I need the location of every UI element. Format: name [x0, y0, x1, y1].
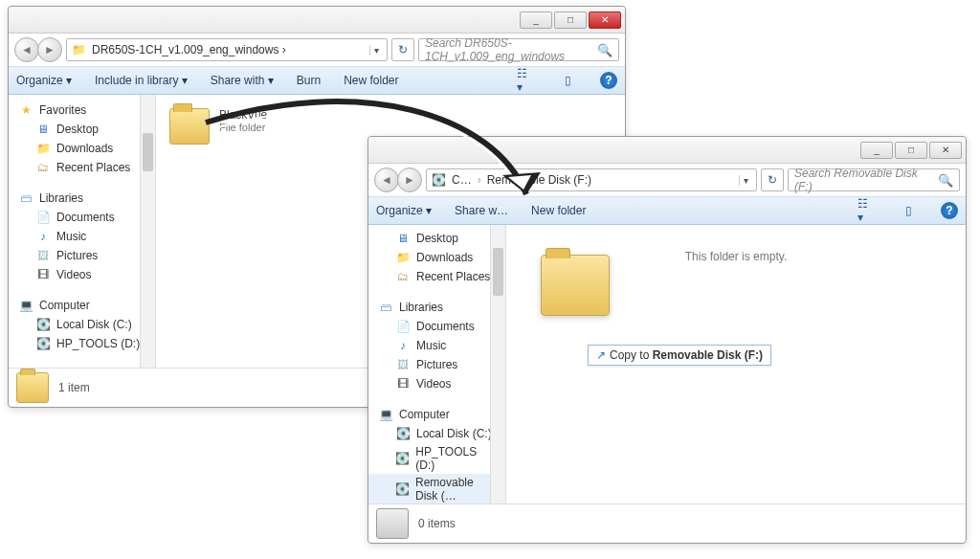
desktop-icon: 🖥: [395, 231, 411, 246]
burn-button[interactable]: Burn: [297, 74, 321, 87]
maximize-button[interactable]: □: [554, 11, 587, 29]
disk-icon: 💽: [35, 336, 51, 351]
videos-icon: 🎞: [395, 376, 411, 391]
computer-group[interactable]: 💻Computer: [368, 405, 505, 424]
sidebar-item-music[interactable]: ♪Music: [368, 336, 505, 355]
recent-icon: 🗂: [395, 269, 411, 284]
disk-icon: 💽: [395, 451, 410, 466]
refresh-button[interactable]: ↻: [391, 38, 414, 61]
sidebar-item-recent[interactable]: 🗂Recent Places: [9, 158, 155, 177]
share-menu[interactable]: Share w…: [455, 204, 508, 217]
forward-button[interactable]: ►: [37, 37, 62, 62]
refresh-button[interactable]: ↻: [761, 168, 784, 191]
help-icon[interactable]: ?: [941, 202, 958, 219]
help-icon[interactable]: ?: [600, 72, 617, 89]
address-bar[interactable]: 💽 C… › Removable Disk (F:) ▾: [426, 168, 757, 191]
minimize-button[interactable]: _: [520, 11, 552, 29]
address-dropdown-icon[interactable]: ▾: [739, 175, 752, 186]
sidebar-item-removable[interactable]: 💽Removable Disk (…: [368, 474, 505, 503]
maximize-button[interactable]: □: [895, 142, 927, 159]
disk-icon: 💽: [35, 317, 51, 332]
folder-icon: [541, 255, 610, 316]
pictures-icon: 🖼: [395, 357, 411, 372]
desktop-icon: 🖥: [35, 122, 51, 137]
drag-ghost-folder: [541, 255, 621, 335]
preview-pane-icon[interactable]: ▯: [899, 201, 918, 220]
forward-button[interactable]: ►: [397, 168, 422, 192]
music-icon: ♪: [395, 338, 411, 353]
sidebar-item-music[interactable]: ♪Music: [9, 227, 155, 246]
sidebar-item-pictures[interactable]: 🖼Pictures: [9, 246, 155, 265]
sidebar-item-documents[interactable]: 📄Documents: [9, 208, 155, 227]
back-button[interactable]: ◄: [14, 37, 39, 62]
sidebar-item-downloads[interactable]: 📁Downloads: [368, 248, 505, 267]
sidebar-item-hp-tools[interactable]: 💽HP_TOOLS (D:): [9, 334, 155, 353]
new-folder-button[interactable]: New folder: [531, 204, 586, 217]
folder-icon: 📁: [71, 42, 86, 57]
computer-group[interactable]: 💻Computer: [9, 296, 155, 315]
sidebar-item-local-c[interactable]: 💽Local Disk (C:): [9, 315, 155, 334]
search-placeholder: Search DR650S-1CH_v1.009_eng_windows: [425, 36, 597, 63]
downloads-icon: 📁: [35, 141, 51, 156]
nav-row: ◄ ► 💽 C… › Removable Disk (F:) ▾ ↻ Searc…: [368, 164, 966, 196]
copy-arrow-icon: ↗: [596, 348, 606, 362]
sidebar-item-recent[interactable]: 🗂Recent Places: [368, 267, 505, 286]
sidebar-item-downloads[interactable]: 📁Downloads: [9, 139, 155, 158]
sidebar-item-desktop[interactable]: 🖥Desktop: [368, 229, 505, 248]
search-icon: 🔍: [597, 43, 612, 57]
view-options-icon[interactable]: ☷ ▾: [516, 71, 535, 90]
computer-icon: 💻: [18, 298, 33, 313]
documents-icon: 📄: [35, 210, 51, 225]
address-text: Removable Disk (F:): [487, 173, 733, 187]
back-button[interactable]: ◄: [374, 168, 399, 192]
sidebar-item-videos[interactable]: 🎞Videos: [9, 265, 155, 284]
titlebar: _ □ ✕: [9, 7, 625, 34]
search-icon: 🔍: [938, 173, 953, 188]
removable-disk-icon: 💽: [395, 481, 410, 497]
command-toolbar: Organize ▾ Include in library ▾ Share wi…: [9, 66, 625, 95]
tooltip-destination: Removable Disk (F:): [653, 348, 763, 362]
star-icon: ★: [18, 102, 33, 118]
downloads-icon: 📁: [395, 250, 411, 265]
favorites-group[interactable]: ★Favorites: [9, 101, 155, 120]
status-drive-icon: [376, 508, 409, 539]
include-library-menu[interactable]: Include in library ▾: [95, 74, 188, 87]
sidebar-item-videos[interactable]: 🎞Videos: [368, 374, 505, 393]
status-folder-icon: [16, 372, 49, 403]
command-toolbar: Organize ▾ Share w… New folder ☷ ▾ ▯ ?: [368, 196, 966, 225]
organize-menu[interactable]: Organize ▾: [16, 74, 72, 87]
address-segment-1: C…: [452, 173, 472, 187]
music-icon: ♪: [35, 229, 51, 244]
tooltip-prefix: Copy to: [610, 348, 653, 362]
titlebar: _ □ ✕: [368, 137, 966, 164]
file-name: BlackVue: [219, 108, 267, 122]
preview-pane-icon[interactable]: ▯: [558, 71, 577, 90]
sidebar-item-desktop[interactable]: 🖥Desktop: [9, 120, 155, 139]
minimize-button[interactable]: _: [860, 142, 893, 159]
sidebar-item-pictures[interactable]: 🖼Pictures: [368, 355, 505, 374]
search-input[interactable]: Search DR650S-1CH_v1.009_eng_windows 🔍: [418, 38, 619, 61]
address-bar[interactable]: 📁 DR650S-1CH_v1.009_eng_windows › ▾: [66, 38, 388, 61]
search-input[interactable]: Search Removable Disk (F:) 🔍: [788, 168, 960, 191]
pictures-icon: 🖼: [35, 248, 51, 263]
close-button[interactable]: ✕: [929, 142, 962, 159]
computer-icon: 💻: [378, 407, 393, 422]
libraries-group[interactable]: 🗃Libraries: [9, 189, 155, 208]
share-menu[interactable]: Share with ▾: [211, 74, 274, 87]
close-button[interactable]: ✕: [589, 11, 621, 29]
organize-menu[interactable]: Organize ▾: [376, 204, 432, 217]
sidebar-item-local-c[interactable]: 💽Local Disk (C:): [368, 424, 505, 443]
libraries-icon: 🗃: [378, 300, 393, 315]
drive-icon: 💽: [431, 172, 446, 188]
navigation-pane: ★Favorites 🖥Desktop 📁Downloads 🗂Recent P…: [9, 95, 156, 368]
libraries-group[interactable]: 🗃Libraries: [368, 298, 505, 317]
address-dropdown-icon[interactable]: ▾: [369, 45, 383, 56]
sidebar-item-documents[interactable]: 📄Documents: [368, 317, 505, 336]
view-options-icon[interactable]: ☷ ▾: [857, 201, 876, 220]
explorer-window-target: _ □ ✕ ◄ ► 💽 C… › Removable Disk (F:) ▾ ↻…: [368, 136, 967, 544]
sidebar-item-hp-tools[interactable]: 💽HP_TOOLS (D:): [368, 443, 505, 474]
new-folder-button[interactable]: New folder: [344, 74, 398, 87]
sidebar-scrollbar[interactable]: [140, 95, 155, 368]
libraries-icon: 🗃: [18, 190, 33, 206]
sidebar-scrollbar[interactable]: [490, 225, 505, 503]
